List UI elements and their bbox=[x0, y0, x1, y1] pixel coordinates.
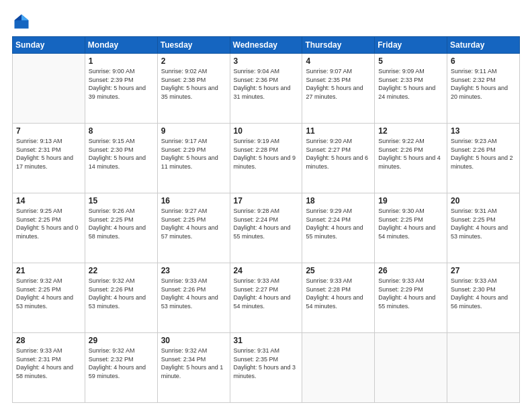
cell-info: Sunrise: 9:33 AMSunset: 2:26 PMDaylight:… bbox=[161, 277, 226, 310]
day-number: 4 bbox=[306, 56, 371, 66]
day-number: 7 bbox=[16, 126, 81, 136]
day-number: 9 bbox=[161, 126, 226, 136]
cell-info: Sunrise: 9:32 AMSunset: 2:34 PMDaylight:… bbox=[161, 347, 226, 380]
cell-info: Sunrise: 9:22 AMSunset: 2:26 PMDaylight:… bbox=[378, 137, 443, 171]
cell-info: Sunrise: 9:25 AMSunset: 2:25 PMDaylight:… bbox=[16, 207, 81, 240]
weekday-header-wednesday: Wednesday bbox=[230, 37, 302, 54]
day-number: 30 bbox=[161, 336, 226, 345]
cell-info: Sunrise: 9:17 AMSunset: 2:29 PMDaylight:… bbox=[161, 137, 226, 171]
svg-marker-2 bbox=[15, 15, 22, 21]
weekday-header-tuesday: Tuesday bbox=[157, 37, 230, 54]
cell-info: Sunrise: 9:20 AMSunset: 2:27 PMDaylight:… bbox=[306, 137, 371, 171]
calendar-cell: 2Sunrise: 9:02 AMSunset: 2:38 PMDaylight… bbox=[157, 54, 230, 124]
day-number: 29 bbox=[89, 336, 154, 345]
cell-info: Sunrise: 9:07 AMSunset: 2:35 PMDaylight:… bbox=[306, 67, 371, 101]
calendar-cell bbox=[375, 333, 447, 403]
day-number: 19 bbox=[378, 196, 443, 205]
day-number: 15 bbox=[89, 196, 154, 205]
cell-info: Sunrise: 9:15 AMSunset: 2:30 PMDaylight:… bbox=[89, 137, 154, 171]
day-number: 12 bbox=[378, 126, 443, 136]
day-number: 18 bbox=[306, 196, 371, 205]
weekday-header-saturday: Saturday bbox=[447, 37, 520, 54]
day-number: 20 bbox=[451, 196, 516, 205]
cell-info: Sunrise: 9:31 AMSunset: 2:25 PMDaylight:… bbox=[451, 207, 516, 240]
calendar-cell: 11Sunrise: 9:20 AMSunset: 2:27 PMDayligh… bbox=[302, 124, 375, 193]
cell-info: Sunrise: 9:00 AMSunset: 2:39 PMDaylight:… bbox=[89, 67, 154, 101]
header bbox=[12, 12, 520, 31]
weekday-header-monday: Monday bbox=[85, 37, 157, 54]
calendar-cell: 18Sunrise: 9:29 AMSunset: 2:24 PMDayligh… bbox=[302, 193, 375, 263]
calendar-cell: 13Sunrise: 9:23 AMSunset: 2:26 PMDayligh… bbox=[447, 124, 520, 193]
weekday-header-thursday: Thursday bbox=[302, 37, 375, 54]
calendar-cell: 19Sunrise: 9:30 AMSunset: 2:25 PMDayligh… bbox=[375, 193, 447, 263]
page: SundayMondayTuesdayWednesdayThursdayFrid… bbox=[0, 0, 532, 411]
day-number: 24 bbox=[234, 266, 299, 275]
calendar-cell: 12Sunrise: 9:22 AMSunset: 2:26 PMDayligh… bbox=[375, 124, 447, 193]
calendar-cell: 25Sunrise: 9:33 AMSunset: 2:28 PMDayligh… bbox=[302, 263, 375, 333]
day-number: 13 bbox=[451, 126, 516, 136]
day-number: 1 bbox=[89, 56, 154, 66]
calendar-cell: 4Sunrise: 9:07 AMSunset: 2:35 PMDaylight… bbox=[302, 54, 375, 124]
day-number: 26 bbox=[378, 266, 443, 275]
logo-icon bbox=[12, 12, 31, 31]
calendar-cell: 22Sunrise: 9:32 AMSunset: 2:26 PMDayligh… bbox=[85, 263, 157, 333]
day-number: 11 bbox=[306, 126, 371, 136]
calendar-cell: 21Sunrise: 9:32 AMSunset: 2:25 PMDayligh… bbox=[13, 263, 85, 333]
cell-info: Sunrise: 9:32 AMSunset: 2:25 PMDaylight:… bbox=[16, 277, 81, 310]
calendar-week-3: 21Sunrise: 9:32 AMSunset: 2:25 PMDayligh… bbox=[13, 263, 520, 333]
day-number: 6 bbox=[451, 56, 516, 66]
weekday-header-sunday: Sunday bbox=[13, 37, 85, 54]
day-number: 17 bbox=[234, 196, 299, 205]
cell-info: Sunrise: 9:32 AMSunset: 2:32 PMDaylight:… bbox=[89, 347, 154, 380]
weekday-header-row: SundayMondayTuesdayWednesdayThursdayFrid… bbox=[13, 37, 520, 54]
cell-info: Sunrise: 9:27 AMSunset: 2:25 PMDaylight:… bbox=[161, 207, 226, 240]
cell-info: Sunrise: 9:09 AMSunset: 2:33 PMDaylight:… bbox=[378, 67, 443, 101]
cell-info: Sunrise: 9:32 AMSunset: 2:26 PMDaylight:… bbox=[89, 277, 154, 310]
calendar-week-1: 7Sunrise: 9:13 AMSunset: 2:31 PMDaylight… bbox=[13, 124, 520, 193]
cell-info: Sunrise: 9:33 AMSunset: 2:31 PMDaylight:… bbox=[16, 347, 81, 380]
calendar-cell bbox=[13, 54, 85, 124]
calendar-cell: 1Sunrise: 9:00 AMSunset: 2:39 PMDaylight… bbox=[85, 54, 157, 124]
day-number: 28 bbox=[16, 336, 81, 345]
cell-info: Sunrise: 9:11 AMSunset: 2:32 PMDaylight:… bbox=[451, 67, 516, 101]
calendar-cell: 9Sunrise: 9:17 AMSunset: 2:29 PMDaylight… bbox=[157, 124, 230, 193]
day-number: 2 bbox=[161, 56, 226, 66]
calendar-cell: 3Sunrise: 9:04 AMSunset: 2:36 PMDaylight… bbox=[230, 54, 302, 124]
calendar-cell: 31Sunrise: 9:31 AMSunset: 2:35 PMDayligh… bbox=[230, 333, 302, 403]
calendar-cell: 27Sunrise: 9:33 AMSunset: 2:30 PMDayligh… bbox=[447, 263, 520, 333]
calendar-cell: 10Sunrise: 9:19 AMSunset: 2:28 PMDayligh… bbox=[230, 124, 302, 193]
cell-info: Sunrise: 9:04 AMSunset: 2:36 PMDaylight:… bbox=[234, 67, 299, 101]
day-number: 5 bbox=[378, 56, 443, 66]
calendar-week-2: 14Sunrise: 9:25 AMSunset: 2:25 PMDayligh… bbox=[13, 193, 520, 263]
day-number: 10 bbox=[234, 126, 299, 136]
day-number: 14 bbox=[16, 196, 81, 205]
calendar-cell: 24Sunrise: 9:33 AMSunset: 2:27 PMDayligh… bbox=[230, 263, 302, 333]
cell-info: Sunrise: 9:30 AMSunset: 2:25 PMDaylight:… bbox=[378, 207, 443, 240]
logo bbox=[12, 12, 34, 31]
calendar-cell: 7Sunrise: 9:13 AMSunset: 2:31 PMDaylight… bbox=[13, 124, 85, 193]
cell-info: Sunrise: 9:26 AMSunset: 2:25 PMDaylight:… bbox=[89, 207, 154, 240]
cell-info: Sunrise: 9:19 AMSunset: 2:28 PMDaylight:… bbox=[234, 137, 299, 171]
cell-info: Sunrise: 9:33 AMSunset: 2:27 PMDaylight:… bbox=[234, 277, 299, 310]
calendar-cell: 15Sunrise: 9:26 AMSunset: 2:25 PMDayligh… bbox=[85, 193, 157, 263]
day-number: 21 bbox=[16, 266, 81, 275]
calendar-cell: 16Sunrise: 9:27 AMSunset: 2:25 PMDayligh… bbox=[157, 193, 230, 263]
calendar-week-4: 28Sunrise: 9:33 AMSunset: 2:31 PMDayligh… bbox=[13, 333, 520, 403]
cell-info: Sunrise: 9:31 AMSunset: 2:35 PMDaylight:… bbox=[234, 347, 299, 380]
calendar-cell bbox=[447, 333, 520, 403]
calendar-cell: 30Sunrise: 9:32 AMSunset: 2:34 PMDayligh… bbox=[157, 333, 230, 403]
day-number: 16 bbox=[161, 196, 226, 205]
calendar-week-0: 1Sunrise: 9:00 AMSunset: 2:39 PMDaylight… bbox=[13, 54, 520, 124]
calendar-cell: 6Sunrise: 9:11 AMSunset: 2:32 PMDaylight… bbox=[447, 54, 520, 124]
cell-info: Sunrise: 9:13 AMSunset: 2:31 PMDaylight:… bbox=[16, 137, 81, 171]
weekday-header-friday: Friday bbox=[375, 37, 447, 54]
svg-marker-1 bbox=[21, 15, 29, 21]
calendar-cell: 8Sunrise: 9:15 AMSunset: 2:30 PMDaylight… bbox=[85, 124, 157, 193]
calendar-cell bbox=[302, 333, 375, 403]
cell-info: Sunrise: 9:33 AMSunset: 2:30 PMDaylight:… bbox=[451, 277, 516, 310]
day-number: 27 bbox=[451, 266, 516, 275]
calendar-cell: 17Sunrise: 9:28 AMSunset: 2:24 PMDayligh… bbox=[230, 193, 302, 263]
day-number: 3 bbox=[234, 56, 299, 66]
day-number: 23 bbox=[161, 266, 226, 275]
cell-info: Sunrise: 9:33 AMSunset: 2:28 PMDaylight:… bbox=[306, 277, 371, 310]
